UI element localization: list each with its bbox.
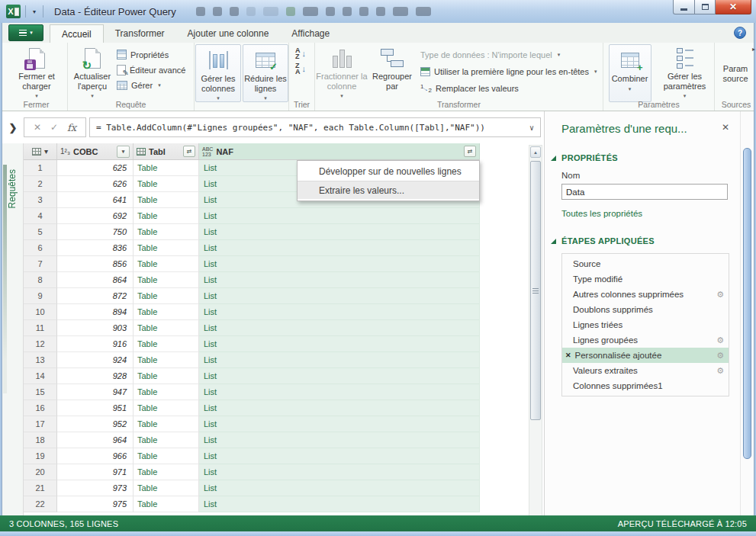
- filter-dropdown-icon[interactable]: ▾: [117, 146, 130, 158]
- cobc-cell[interactable]: 947: [57, 384, 134, 400]
- panel-scrollbar-thumb[interactable]: [743, 148, 751, 459]
- gear-icon[interactable]: ⚙: [716, 290, 724, 300]
- step-colonnes-supprimees1[interactable]: Colonnes supprimées1: [562, 378, 729, 393]
- tabl-link-cell[interactable]: Table: [134, 288, 199, 304]
- row-number-cell[interactable]: 14: [24, 368, 57, 384]
- proprietes-button[interactable]: Propriétés: [117, 47, 185, 62]
- tabl-link-cell[interactable]: Table: [134, 400, 199, 416]
- cobc-cell[interactable]: 971: [57, 464, 134, 480]
- fx-icon[interactable]: fx: [67, 122, 76, 133]
- gear-icon[interactable]: ⚙: [716, 366, 724, 376]
- excel-app-icon[interactable]: X: [6, 5, 21, 18]
- reduire-les-lignes-button[interactable]: ✓ Réduire les lignes ▾: [243, 44, 288, 102]
- tabl-link-cell[interactable]: Table: [134, 208, 199, 224]
- tabl-link-cell[interactable]: Table: [134, 176, 199, 192]
- cobc-cell[interactable]: 952: [57, 416, 134, 432]
- tabl-link-cell[interactable]: Table: [134, 224, 199, 240]
- row-number-cell[interactable]: 7: [24, 256, 57, 272]
- naf-link-cell[interactable]: List: [199, 448, 480, 464]
- panel-scrollbar[interactable]: [740, 111, 754, 531]
- panel-close-icon[interactable]: ✕: [722, 122, 729, 133]
- row-number-cell[interactable]: 6: [24, 240, 57, 256]
- quick-access-caret-icon[interactable]: ▾: [31, 7, 38, 17]
- gerer-les-colonnes-button[interactable]: Gérer les colonnes ▾: [195, 44, 241, 102]
- naf-link-cell[interactable]: List: [199, 432, 480, 448]
- naf-link-cell[interactable]: List: [199, 320, 480, 336]
- row-number-cell[interactable]: 1: [24, 160, 57, 176]
- help-icon[interactable]: ?: [734, 27, 746, 39]
- maximize-button[interactable]: [695, 0, 716, 14]
- step-personnalisee-ajoutee[interactable]: ✕Personnalisée ajoutée⚙: [562, 348, 729, 363]
- cobc-cell[interactable]: 966: [57, 448, 134, 464]
- row-number-cell[interactable]: 4: [24, 208, 57, 224]
- tabl-link-cell[interactable]: Table: [134, 160, 199, 176]
- naf-link-cell[interactable]: List: [199, 352, 480, 368]
- premiere-ligne-entetes-button[interactable]: Utiliser la première ligne pour les en-t…: [420, 64, 597, 79]
- delete-step-icon[interactable]: ✕: [565, 351, 571, 359]
- tabl-link-cell[interactable]: Table: [134, 368, 199, 384]
- row-number-cell[interactable]: 10: [24, 304, 57, 320]
- naf-link-cell[interactable]: List: [199, 224, 480, 240]
- pane-launcher-icon[interactable]: ▸: [752, 46, 755, 53]
- tab-transformer[interactable]: Transformer: [104, 24, 176, 43]
- naf-link-cell[interactable]: List: [199, 336, 480, 352]
- cobc-cell[interactable]: 924: [57, 352, 134, 368]
- cobc-cell[interactable]: 836: [57, 240, 134, 256]
- cobc-cell[interactable]: 625: [57, 160, 134, 176]
- step-lignes-groupees[interactable]: Lignes groupées⚙: [562, 332, 729, 348]
- row-number-cell[interactable]: 2: [24, 176, 57, 192]
- remplacer-les-valeurs-button[interactable]: 1→2 Remplacer les valeurs: [420, 81, 597, 95]
- row-number-cell[interactable]: 11: [24, 320, 57, 336]
- proprietes-section-header[interactable]: PROPRIÉTÉS: [561, 153, 740, 162]
- row-number-cell[interactable]: 17: [24, 416, 57, 432]
- naf-link-cell[interactable]: List: [199, 368, 480, 384]
- naf-link-cell[interactable]: List: [199, 240, 480, 256]
- sort-ascending-button[interactable]: AZ ↓: [295, 47, 310, 59]
- tabl-link-cell[interactable]: Table: [134, 448, 199, 464]
- formula-expand-icon[interactable]: ∨: [529, 124, 534, 132]
- naf-link-cell[interactable]: List: [199, 208, 480, 224]
- row-number-cell[interactable]: 21: [24, 480, 57, 496]
- naf-link-cell[interactable]: List: [199, 256, 480, 272]
- cobc-cell[interactable]: 928: [57, 368, 134, 384]
- column-header-naf[interactable]: ABC123 NAF ⇄: [199, 143, 480, 159]
- row-number-cell[interactable]: 9: [24, 288, 57, 304]
- menu-item-extraire[interactable]: Extraire les valeurs...: [298, 181, 479, 199]
- formula-input[interactable]: = Table.AddColumn(#"Lignes groupées", "N…: [89, 117, 541, 137]
- tabl-link-cell[interactable]: Table: [134, 480, 199, 496]
- tab-accueil[interactable]: Accueil: [50, 24, 104, 43]
- fermer-et-charger-button[interactable]: Fermer et charger ▾: [7, 43, 66, 101]
- tabl-link-cell[interactable]: Table: [134, 416, 199, 432]
- row-number-cell[interactable]: 13: [24, 352, 57, 368]
- tabl-link-cell[interactable]: Table: [134, 432, 199, 448]
- row-number-cell[interactable]: 22: [24, 496, 57, 512]
- tabl-link-cell[interactable]: Table: [134, 272, 199, 288]
- tabl-link-cell[interactable]: Table: [134, 464, 199, 480]
- naf-link-cell[interactable]: List: [199, 272, 480, 288]
- cobc-cell[interactable]: 626: [57, 176, 134, 192]
- row-number-cell[interactable]: 19: [24, 448, 57, 464]
- cobc-cell[interactable]: 964: [57, 432, 134, 448]
- combiner-button[interactable]: + Combiner ▾: [609, 44, 651, 102]
- menu-item-developper[interactable]: Développer sur de nouvelles lignes: [298, 162, 479, 181]
- row-number-cell[interactable]: 12: [24, 336, 57, 352]
- cobc-cell[interactable]: 750: [57, 224, 134, 240]
- column-header-tabl[interactable]: Tabl ⇄: [134, 143, 199, 159]
- row-number-cell[interactable]: 18: [24, 432, 57, 448]
- sidebar-expand-button[interactable]: ❯: [2, 122, 24, 133]
- step-autres-colonnes-supprimees[interactable]: Autres colonnes supprimées⚙: [562, 287, 729, 302]
- formula-accept-icon[interactable]: ✓: [50, 122, 58, 133]
- step-type-modifie[interactable]: Type modifié: [562, 271, 729, 287]
- cobc-cell[interactable]: 975: [57, 496, 134, 512]
- tabl-link-cell[interactable]: Table: [134, 192, 199, 208]
- cobc-cell[interactable]: 894: [57, 304, 134, 320]
- naf-link-cell[interactable]: List: [199, 400, 480, 416]
- tabl-link-cell[interactable]: Table: [134, 240, 199, 256]
- nom-input[interactable]: [561, 184, 728, 200]
- step-lignes-triees[interactable]: Lignes triées: [562, 317, 729, 332]
- param-source-button[interactable]: Param source: [715, 43, 756, 83]
- cobc-cell[interactable]: 973: [57, 480, 134, 496]
- editeur-avance-button[interactable]: ✎ Éditeur avancé: [117, 63, 185, 77]
- cobc-cell[interactable]: 641: [57, 192, 134, 208]
- scrollbar-thumb[interactable]: [530, 161, 541, 420]
